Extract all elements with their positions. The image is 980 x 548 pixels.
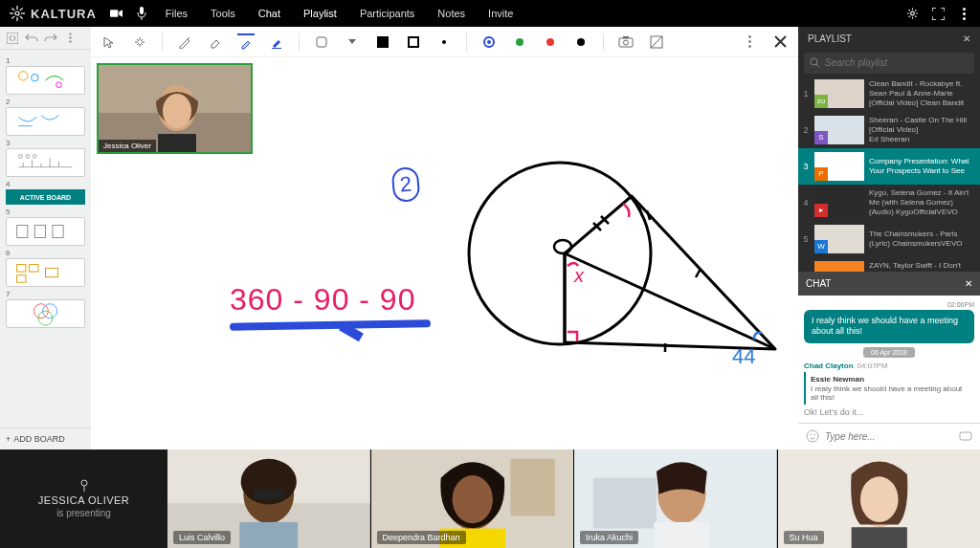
svg-point-43 (516, 38, 523, 46)
message-time: 02:06PM (804, 301, 974, 308)
board-thumb[interactable]: 1 (6, 56, 85, 95)
playlist-item[interactable]: 5 W The Chainsmokers - Paris (Lyric) Cha… (798, 221, 980, 257)
playlist-search[interactable] (804, 53, 974, 74)
geometry-figure: x 44 (459, 143, 794, 402)
close-icon[interactable]: ✕ (965, 278, 972, 289)
date-separator: 06 Apr 2018 (863, 347, 915, 358)
svg-rect-9 (110, 10, 118, 16)
svg-line-6 (20, 16, 23, 19)
svg-rect-46 (619, 38, 633, 47)
svg-rect-16 (7, 33, 18, 44)
svg-rect-75 (254, 490, 284, 500)
board-thumb[interactable]: 2 (6, 98, 85, 136)
fill-outline-icon[interactable] (405, 33, 422, 51)
color-black-icon[interactable] (572, 33, 590, 51)
presenter-tile: JESSICA OLIVER is presenting (0, 449, 167, 548)
settings-icon[interactable] (906, 8, 919, 20)
board-thumb[interactable]: 6 (6, 249, 85, 287)
playlist-search-input[interactable] (825, 57, 969, 68)
undo-icon[interactable] (23, 30, 40, 47)
menu-tools[interactable]: Tools (207, 6, 239, 21)
menu-participants[interactable]: Participants (356, 6, 418, 21)
color-blue-icon[interactable] (480, 33, 498, 51)
whiteboard-toolbar (91, 27, 798, 57)
search-icon (810, 57, 820, 68)
svg-point-64 (807, 430, 818, 442)
board-nav-icon[interactable] (4, 30, 21, 47)
pencil-tool-icon[interactable] (176, 33, 193, 51)
camera-icon[interactable] (110, 8, 122, 20)
angle-x-label: x (573, 265, 585, 286)
participant-tile[interactable]: Iruka Akuchi (573, 449, 777, 548)
playlist-item[interactable]: 4 ▸ Kygo, Selena Gomez - It Ain't Me (wi… (798, 185, 980, 221)
menu-playlist[interactable]: Playlist (300, 6, 341, 21)
camera-snapshot-icon[interactable] (617, 33, 635, 51)
participant-tile[interactable]: Luis Calvillo (167, 449, 370, 548)
magic-tool-icon[interactable] (131, 33, 148, 51)
close-toolbar-icon[interactable] (771, 33, 789, 51)
board-thumbnails-panel: 1 2 3 4ACTIVE BOARD 5 6 7 +ADD BOARD (0, 27, 91, 449)
redo-icon[interactable] (42, 30, 59, 47)
whiteboard-canvas[interactable]: Jessica Oliver 2 360 - 90 - 90 (91, 57, 798, 449)
svg-rect-77 (510, 459, 554, 515)
chat-header: CHAT ✕ (798, 273, 980, 296)
svg-point-62 (811, 58, 817, 65)
more-tools-icon[interactable] (61, 30, 78, 47)
playlist-list: 1 zo Clean Bandit - Rockabye ft. Sean Pa… (798, 76, 980, 272)
add-board-button[interactable]: +ADD BOARD (0, 427, 91, 449)
fill-black-icon[interactable] (374, 33, 391, 51)
eraser-tool-icon[interactable] (207, 33, 224, 51)
mic-icon[interactable] (136, 8, 148, 20)
top-bar: KALTURA Files Tools Chat Playlist Partic… (0, 0, 980, 27)
color-red-icon[interactable] (542, 33, 559, 51)
toolbar-more-icon[interactable] (741, 33, 758, 51)
menu-chat[interactable]: Chat (255, 6, 284, 21)
playlist-item[interactable]: 3 P Company Presentation: What Your Pros… (798, 148, 980, 185)
fullscreen-icon[interactable] (932, 8, 945, 20)
playlist-item[interactable]: 2 S Sheeran - Castle On The Hill [Offici… (798, 112, 980, 148)
marker-tool-icon[interactable] (268, 33, 285, 51)
image-tool-icon[interactable] (648, 33, 665, 51)
color-green-icon[interactable] (511, 33, 528, 51)
svg-point-14 (963, 12, 966, 15)
svg-line-5 (11, 8, 14, 11)
shape-rect-icon[interactable] (313, 33, 330, 51)
right-panel: PLAYLIST ✕ 1 zo Clean Bandit - Rockabye … (798, 27, 980, 449)
svg-point-23 (19, 155, 23, 159)
equation-text: 360 - 90 - 90 (230, 282, 415, 318)
svg-rect-37 (317, 37, 326, 47)
participant-tile[interactable]: Su Hua (777, 449, 981, 548)
board-thumb-active[interactable]: 4ACTIVE BOARD (6, 180, 85, 205)
board-thumb[interactable]: 5 (6, 208, 85, 246)
emoji-icon[interactable] (806, 429, 819, 443)
close-icon[interactable]: ✕ (963, 33, 970, 44)
chat-messages: 02:06PM I realy think we should have a m… (798, 296, 980, 423)
presenter-video[interactable]: Jessica Oliver (97, 63, 253, 154)
board-thumb[interactable]: 3 (6, 139, 85, 177)
attachment-icon[interactable] (959, 430, 972, 442)
board-thumb[interactable]: 7 (6, 290, 85, 328)
chat-text-input[interactable] (825, 431, 953, 442)
playlist-item[interactable]: 1 zo Clean Bandit - Rockabye ft. Sean Pa… (798, 76, 980, 112)
more-icon[interactable] (958, 8, 970, 20)
menu-files[interactable]: Files (162, 6, 191, 21)
svg-rect-36 (272, 48, 281, 49)
shape-dropdown-icon[interactable] (344, 33, 361, 51)
participant-tile[interactable]: Deependra Bardhan (370, 449, 574, 548)
participants-bar: JESSICA OLIVER is presenting Luis Calvil… (0, 449, 980, 548)
chat-panel: CHAT ✕ 02:06PM I realy think we should h… (798, 272, 980, 449)
reply-text: Ok! Let's do it... (804, 407, 974, 417)
svg-line-7 (11, 16, 14, 19)
playlist-item[interactable]: 6 zo ZAYN, Taylor Swift - I Don't Wanna … (798, 257, 980, 272)
menu-notes[interactable]: Notes (434, 6, 469, 21)
menu-invite[interactable]: Invite (484, 6, 517, 21)
svg-point-52 (748, 45, 751, 48)
svg-point-65 (810, 434, 812, 436)
message-sender: Chad Clayton04:07PM (804, 362, 974, 370)
svg-point-0 (15, 11, 19, 15)
equation-underline (230, 319, 431, 331)
highlighter-tool-icon[interactable] (237, 33, 255, 51)
stroke-width-icon[interactable] (435, 33, 453, 51)
pointer-tool-icon[interactable] (100, 33, 118, 51)
svg-point-25 (33, 155, 36, 159)
